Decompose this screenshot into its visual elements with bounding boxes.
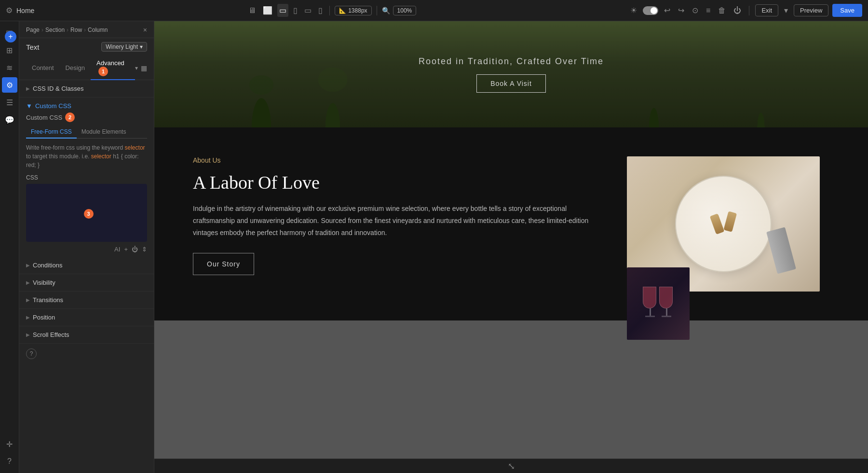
gear-icon[interactable]: ⚙: [6, 6, 13, 15]
breadcrumb-section[interactable]: Section: [45, 27, 65, 33]
position-header[interactable]: ▶ Position: [19, 309, 154, 326]
elements-icon-btn[interactable]: ⊞: [2, 42, 17, 58]
wine-glass-2: [659, 287, 674, 320]
resolution-box[interactable]: 📐 1388px: [335, 6, 371, 15]
style-icon-btn[interactable]: ≋: [2, 60, 17, 75]
trash-icon[interactable]: 🗑: [716, 4, 728, 17]
conditions-label: Conditions: [33, 262, 62, 269]
separator: [329, 6, 330, 15]
zoom-box[interactable]: 100%: [393, 6, 417, 15]
main-canvas: Rooted in Tradition, Crafted Over Time B…: [154, 21, 868, 473]
css-subtabs: Free-Form CSS Module Elements: [26, 126, 147, 139]
about-section: About Us A Labor Of Love Indulge in the …: [154, 127, 868, 320]
expand-icon[interactable]: ⤡: [508, 461, 515, 472]
css-id-classes-header[interactable]: ▶ CSS ID & Classes: [19, 80, 154, 97]
about-body: Indulge in the artistry of winemaking wi…: [193, 203, 598, 239]
step-badge-3: 3: [84, 209, 94, 219]
exit-button[interactable]: Exit: [755, 4, 778, 16]
website-preview: Rooted in Tradition, Crafted Over Time B…: [154, 21, 868, 473]
css-id-label: CSS ID & Classes: [33, 85, 83, 92]
tab-dropdown-icon[interactable]: ▾: [135, 65, 138, 71]
breadcrumb-page[interactable]: Page: [26, 27, 40, 33]
top-bar-left: ⚙ Home: [6, 6, 34, 15]
conditions-section: ▶ Conditions: [19, 257, 154, 274]
nav-icon-btn[interactable]: ☰: [2, 95, 17, 110]
css-subtab-module-elements[interactable]: Module Elements: [77, 126, 131, 139]
glass-bowl-2: [659, 287, 673, 308]
breadcrumb-close-icon[interactable]: ×: [143, 26, 147, 34]
breadcrumb-column[interactable]: Column: [88, 27, 108, 33]
scroll-effects-header[interactable]: ▶ Scroll Effects: [19, 326, 154, 343]
css-field-label: CSS: [26, 174, 147, 181]
plugin-icon-btn[interactable]: ✛: [2, 436, 17, 452]
breadcrumb-sep2: ›: [67, 27, 68, 33]
separator2: [377, 6, 377, 15]
panel-tabs: Content Design Advanced 1 ▾ ▦: [19, 54, 154, 80]
conditions-header[interactable]: ▶ Conditions: [19, 257, 154, 274]
wine-opener: [766, 227, 796, 274]
css-subtab-free-form[interactable]: Free-Form CSS: [26, 126, 77, 139]
position-section: ▶ Position: [19, 309, 154, 326]
about-title: A Labor Of Love: [193, 172, 598, 193]
undo-icon[interactable]: ↩: [662, 4, 672, 17]
ai-editor-icon[interactable]: AI: [114, 246, 120, 253]
cork-1: [710, 213, 725, 235]
top-bar: ⚙ Home 🖥 ⬜ ▭ ▯ ▭ ▯ 📐 1388px 🔍 100% ☀ ↩ ↪…: [0, 0, 868, 21]
css-desc-text2: to target this module. i.e.: [26, 153, 91, 160]
power-icon[interactable]: ⏻: [732, 4, 743, 17]
position-label: Position: [33, 314, 55, 321]
book-visit-button[interactable]: Book A Visit: [476, 74, 546, 93]
step-badge-2: 2: [65, 112, 75, 122]
save-button[interactable]: Save: [832, 4, 862, 17]
our-story-button[interactable]: Our Story: [193, 253, 254, 275]
history-icon[interactable]: ⊙: [690, 4, 700, 17]
left-panel: Page › Section › Row › Column × Text Win…: [19, 21, 154, 473]
tab-design[interactable]: Design: [60, 61, 91, 75]
phone-landscape-icon[interactable]: ▭: [302, 4, 313, 17]
settings-icon[interactable]: ≡: [704, 4, 712, 17]
about-text: About Us A Labor Of Love Indulge in the …: [193, 156, 598, 275]
transitions-label: Transitions: [33, 296, 63, 304]
exit-dropdown-icon[interactable]: ▾: [782, 4, 790, 17]
desktop-icon[interactable]: 🖥: [246, 4, 258, 17]
scroll-effects-arrow-icon: ▶: [26, 332, 30, 337]
comments-icon-btn[interactable]: 💬: [2, 112, 17, 127]
preset-badge[interactable]: Winery Light ▾: [101, 42, 147, 52]
add-element-button[interactable]: +: [5, 31, 16, 42]
scroll-effects-section: ▶ Scroll Effects: [19, 326, 154, 344]
settings-panel-icon-btn[interactable]: ⚙: [2, 77, 17, 93]
preset-label: Winery Light: [106, 43, 138, 50]
breadcrumb-sep1: ›: [41, 27, 43, 33]
wine-glasses: [627, 267, 690, 340]
css-selector-link2[interactable]: selector: [91, 153, 111, 160]
tablet-landscape-icon[interactable]: ▭: [277, 4, 288, 17]
transitions-header[interactable]: ▶ Transitions: [19, 292, 154, 308]
tablet-portrait-icon[interactable]: ▯: [291, 4, 299, 17]
redo-icon[interactable]: ↪: [676, 4, 686, 17]
visibility-header[interactable]: ▶ Visibility: [19, 274, 154, 291]
tab-advanced[interactable]: Advanced 1: [91, 56, 135, 80]
tab-content[interactable]: Content: [26, 61, 60, 75]
custom-css-header[interactable]: ▼ Custom CSS: [26, 97, 147, 112]
css-desc-text1: Write free-form css using the keyword: [26, 144, 123, 151]
help-icon-btn[interactable]: ?: [2, 454, 17, 469]
resize-editor-icon[interactable]: ⇕: [142, 246, 147, 253]
visibility-arrow-icon: ▶: [26, 280, 30, 285]
help-icon[interactable]: ?: [26, 348, 37, 359]
css-selector-link1[interactable]: selector: [125, 144, 145, 151]
theme-toggle[interactable]: [643, 6, 658, 15]
about-images: [627, 156, 829, 292]
laptop-icon[interactable]: ⬜: [261, 4, 274, 17]
phone-portrait-icon[interactable]: ▯: [316, 4, 325, 17]
power-editor-icon[interactable]: ⏻: [132, 246, 138, 253]
custom-css-collapse-icon: ▼: [26, 102, 32, 110]
sun-icon[interactable]: ☀: [628, 4, 639, 17]
custom-css-sublabel: Custom CSS: [26, 114, 62, 121]
tab-grid-icon[interactable]: ▦: [141, 64, 147, 72]
breadcrumb-row[interactable]: Row: [70, 27, 82, 33]
custom-css-header-label: Custom CSS: [35, 102, 71, 110]
breadcrumb-sep3: ›: [84, 27, 86, 33]
add-editor-icon[interactable]: +: [124, 246, 128, 253]
preview-button[interactable]: Preview: [794, 4, 828, 16]
plate: [675, 176, 772, 272]
